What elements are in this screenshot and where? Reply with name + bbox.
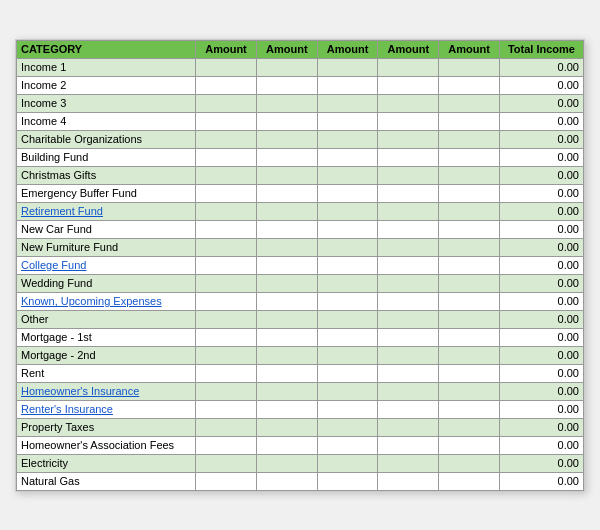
amount-input-cell[interactable]	[256, 310, 317, 328]
amount-input-cell[interactable]	[256, 148, 317, 166]
amount-input-cell[interactable]	[378, 202, 439, 220]
amount-input-cell[interactable]	[439, 400, 500, 418]
amount-input-cell[interactable]	[378, 274, 439, 292]
amount-input-cell[interactable]	[378, 184, 439, 202]
amount-input-cell[interactable]	[378, 238, 439, 256]
amount-input-cell[interactable]	[439, 472, 500, 490]
amount-input-cell[interactable]	[439, 130, 500, 148]
amount-input-cell[interactable]	[317, 292, 378, 310]
amount-input-cell[interactable]	[256, 112, 317, 130]
amount-input-cell[interactable]	[256, 400, 317, 418]
category-link[interactable]: Renter's Insurance	[21, 403, 113, 415]
amount-input-cell[interactable]	[378, 346, 439, 364]
amount-input-cell[interactable]	[256, 130, 317, 148]
amount-input-cell[interactable]	[378, 418, 439, 436]
amount-input-cell[interactable]	[439, 76, 500, 94]
amount-input-cell[interactable]	[196, 166, 257, 184]
amount-input-cell[interactable]	[378, 130, 439, 148]
amount-input-cell[interactable]	[439, 418, 500, 436]
amount-input-cell[interactable]	[196, 202, 257, 220]
amount-input-cell[interactable]	[378, 382, 439, 400]
amount-input-cell[interactable]	[317, 130, 378, 148]
category-link[interactable]: College Fund	[21, 259, 86, 271]
amount-input-cell[interactable]	[378, 364, 439, 382]
amount-input-cell[interactable]	[256, 328, 317, 346]
amount-input-cell[interactable]	[317, 184, 378, 202]
amount-input-cell[interactable]	[378, 328, 439, 346]
amount-input-cell[interactable]	[439, 274, 500, 292]
amount-input-cell[interactable]	[439, 220, 500, 238]
amount-input-cell[interactable]	[439, 166, 500, 184]
amount-input-cell[interactable]	[196, 274, 257, 292]
amount-input-cell[interactable]	[378, 76, 439, 94]
amount-input-cell[interactable]	[439, 382, 500, 400]
amount-input-cell[interactable]	[196, 436, 257, 454]
amount-input-cell[interactable]	[256, 256, 317, 274]
amount-input-cell[interactable]	[439, 58, 500, 76]
amount-input-cell[interactable]	[196, 112, 257, 130]
amount-input-cell[interactable]	[439, 202, 500, 220]
amount-input-cell[interactable]	[439, 184, 500, 202]
amount-input-cell[interactable]	[196, 328, 257, 346]
amount-input-cell[interactable]	[196, 364, 257, 382]
amount-input-cell[interactable]	[439, 328, 500, 346]
amount-input-cell[interactable]	[256, 346, 317, 364]
amount-input-cell[interactable]	[317, 382, 378, 400]
amount-input-cell[interactable]	[196, 148, 257, 166]
amount-input-cell[interactable]	[256, 238, 317, 256]
amount-input-cell[interactable]	[317, 112, 378, 130]
amount-input-cell[interactable]	[256, 184, 317, 202]
amount-input-cell[interactable]	[378, 148, 439, 166]
amount-input-cell[interactable]	[378, 436, 439, 454]
amount-input-cell[interactable]	[196, 238, 257, 256]
amount-input-cell[interactable]	[317, 274, 378, 292]
amount-input-cell[interactable]	[439, 454, 500, 472]
amount-input-cell[interactable]	[439, 256, 500, 274]
amount-input-cell[interactable]	[196, 94, 257, 112]
amount-input-cell[interactable]	[256, 202, 317, 220]
amount-input-cell[interactable]	[256, 166, 317, 184]
amount-input-cell[interactable]	[439, 346, 500, 364]
amount-input-cell[interactable]	[378, 472, 439, 490]
amount-input-cell[interactable]	[378, 112, 439, 130]
amount-input-cell[interactable]	[256, 454, 317, 472]
amount-input-cell[interactable]	[196, 382, 257, 400]
category-link[interactable]: Known, Upcoming Expenses	[21, 295, 162, 307]
amount-input-cell[interactable]	[196, 76, 257, 94]
amount-input-cell[interactable]	[317, 238, 378, 256]
amount-input-cell[interactable]	[196, 310, 257, 328]
amount-input-cell[interactable]	[439, 94, 500, 112]
amount-input-cell[interactable]	[196, 418, 257, 436]
amount-input-cell[interactable]	[317, 166, 378, 184]
amount-input-cell[interactable]	[256, 94, 317, 112]
amount-input-cell[interactable]	[439, 310, 500, 328]
amount-input-cell[interactable]	[439, 292, 500, 310]
amount-input-cell[interactable]	[439, 364, 500, 382]
amount-input-cell[interactable]	[317, 148, 378, 166]
amount-input-cell[interactable]	[196, 292, 257, 310]
amount-input-cell[interactable]	[317, 202, 378, 220]
amount-input-cell[interactable]	[196, 184, 257, 202]
amount-input-cell[interactable]	[317, 220, 378, 238]
amount-input-cell[interactable]	[378, 292, 439, 310]
amount-input-cell[interactable]	[378, 58, 439, 76]
amount-input-cell[interactable]	[256, 220, 317, 238]
amount-input-cell[interactable]	[196, 472, 257, 490]
amount-input-cell[interactable]	[256, 472, 317, 490]
amount-input-cell[interactable]	[256, 436, 317, 454]
amount-input-cell[interactable]	[256, 418, 317, 436]
amount-input-cell[interactable]	[317, 418, 378, 436]
amount-input-cell[interactable]	[378, 166, 439, 184]
amount-input-cell[interactable]	[317, 256, 378, 274]
amount-input-cell[interactable]	[196, 346, 257, 364]
amount-input-cell[interactable]	[256, 274, 317, 292]
amount-input-cell[interactable]	[317, 58, 378, 76]
amount-input-cell[interactable]	[317, 346, 378, 364]
amount-input-cell[interactable]	[196, 256, 257, 274]
amount-input-cell[interactable]	[378, 454, 439, 472]
amount-input-cell[interactable]	[378, 400, 439, 418]
amount-input-cell[interactable]	[317, 400, 378, 418]
amount-input-cell[interactable]	[317, 310, 378, 328]
amount-input-cell[interactable]	[317, 328, 378, 346]
amount-input-cell[interactable]	[196, 400, 257, 418]
